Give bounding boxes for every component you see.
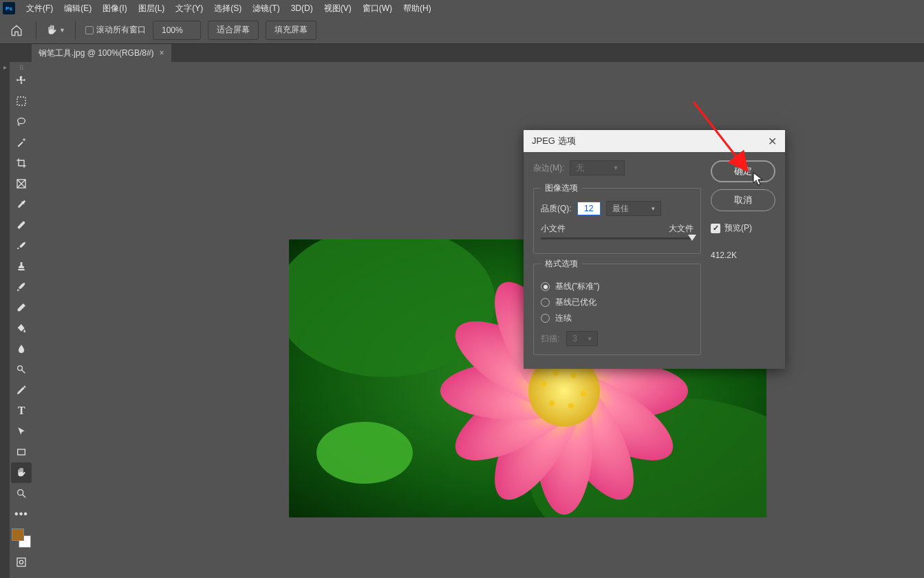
format-options-group: 格式选项 基线("标准") 基线已优化 连续 扫描: 3 <box>533 258 701 355</box>
preview-checkbox[interactable]: ✓ 预览(P) <box>711 222 775 234</box>
pen-tool[interactable] <box>11 380 32 400</box>
ok-button[interactable]: 确定 <box>711 160 775 182</box>
dialog-close-button[interactable]: ✕ <box>768 135 777 148</box>
arrow-icon <box>16 426 27 437</box>
slider-track[interactable] <box>541 237 694 239</box>
quick-select-tool[interactable] <box>11 132 32 153</box>
lasso-tool[interactable] <box>11 111 32 132</box>
scan-select: 3 ▾ <box>566 331 598 346</box>
eyedropper-tool[interactable] <box>11 194 32 215</box>
menu-file[interactable]: 文件(F) <box>21 3 58 14</box>
format-baseline-radio[interactable]: 基线("标准") <box>541 281 694 292</box>
marquee-icon <box>16 96 27 107</box>
checkbox-checked-icon: ✓ <box>711 224 720 233</box>
path-select-tool[interactable] <box>11 421 32 442</box>
scroll-all-label: 滚动所有窗口 <box>96 24 146 36</box>
quality-input[interactable]: 12 <box>577 202 601 215</box>
menu-3d[interactable]: 3D(D) <box>286 3 319 13</box>
eyedropper-icon <box>16 199 27 210</box>
filesize-label: 412.2K <box>711 250 775 260</box>
menu-type[interactable]: 文字(Y) <box>170 3 208 14</box>
svg-point-26 <box>541 381 546 387</box>
close-tab-icon[interactable]: × <box>160 48 164 58</box>
svg-rect-5 <box>18 449 25 455</box>
foreground-color-swatch[interactable] <box>12 528 24 541</box>
menu-bar: Ps 文件(F) 编辑(E) 图像(I) 图层(L) 文字(Y) 选择(S) 滤… <box>0 0 924 17</box>
format-progressive-label: 连续 <box>555 312 572 324</box>
canvas-area[interactable] <box>33 62 924 578</box>
hand-icon <box>46 24 58 36</box>
svg-point-28 <box>571 373 577 378</box>
marquee-tool[interactable] <box>11 91 32 111</box>
shape-tool[interactable] <box>11 442 32 462</box>
gutter-expand-icon[interactable]: ▸ <box>0 62 10 71</box>
panel-gutter: ▸ <box>0 62 10 578</box>
toolbox-grip-icon[interactable]: ⠿ <box>11 65 32 70</box>
color-swatches[interactable] <box>12 528 31 548</box>
menu-window[interactable]: 窗口(W) <box>357 3 398 14</box>
zoom-field[interactable]: 100% <box>153 21 201 40</box>
cancel-button[interactable]: 取消 <box>711 189 775 211</box>
scroll-all-checkbox[interactable]: 滚动所有窗口 <box>85 24 146 36</box>
menu-help[interactable]: 帮助(H) <box>398 3 437 14</box>
menu-image[interactable]: 图像(I) <box>97 3 132 14</box>
hand-tool[interactable] <box>11 462 32 483</box>
stamp-tool[interactable] <box>11 256 32 277</box>
menu-select[interactable]: 选择(S) <box>208 3 247 14</box>
pen-icon <box>16 385 27 396</box>
document-tab[interactable]: 钢笔工具.jpg @ 100%(RGB/8#) × <box>32 44 171 62</box>
dialog-titlebar[interactable]: JPEG 选项 ✕ <box>524 130 785 152</box>
menu-edit[interactable]: 编辑(E) <box>58 3 97 14</box>
format-optimized-label: 基线已优化 <box>555 297 597 308</box>
radio-icon <box>541 298 550 307</box>
type-tool[interactable]: T <box>11 400 32 421</box>
zoom-tool[interactable] <box>11 483 32 504</box>
menu-layer[interactable]: 图层(L) <box>133 3 171 14</box>
stamp-icon <box>16 261 27 272</box>
type-icon: T <box>18 405 25 417</box>
blur-tool[interactable] <box>11 339 32 359</box>
format-baseline-label: 基线("标准") <box>555 281 600 292</box>
fit-screen-button[interactable]: 适合屏幕 <box>208 21 259 40</box>
chevron-down-icon: ▼ <box>59 27 65 34</box>
menu-filter[interactable]: 滤镜(T) <box>247 3 285 14</box>
gradient-tool[interactable] <box>11 318 32 339</box>
frame-tool[interactable] <box>11 173 32 194</box>
healing-tool[interactable] <box>11 215 32 235</box>
crop-tool[interactable] <box>11 153 32 173</box>
history-brush-tool[interactable] <box>11 277 32 297</box>
format-progressive-radio[interactable]: 连续 <box>541 312 694 324</box>
image-options-group: 图像选项 品质(Q): 12 最佳 ▾ 小文件 大文件 <box>533 182 701 254</box>
slider-thumb[interactable] <box>688 235 696 241</box>
wand-icon <box>16 137 27 148</box>
scan-value: 3 <box>572 334 577 343</box>
quality-label: 品质(Q): <box>541 203 572 215</box>
eraser-tool[interactable] <box>11 297 32 318</box>
radio-icon <box>541 314 550 323</box>
svg-point-31 <box>549 400 555 406</box>
quick-mask-toggle[interactable] <box>11 552 32 572</box>
format-optimized-radio[interactable]: 基线已优化 <box>541 297 694 308</box>
scan-label: 扫描: <box>541 333 559 345</box>
magnifier-icon <box>16 488 27 499</box>
move-tool[interactable] <box>11 70 32 91</box>
document-tab-bar: 钢笔工具.jpg @ 100%(RGB/8#) × <box>0 44 924 62</box>
edit-toolbar[interactable]: ••• <box>11 504 32 524</box>
tool-icon-hand[interactable]: ▼ <box>46 21 65 40</box>
brush-tool[interactable] <box>11 235 32 256</box>
home-button[interactable] <box>7 21 26 40</box>
quality-preset-select[interactable]: 最佳 ▾ <box>606 201 661 216</box>
quality-slider[interactable]: 小文件 大文件 <box>541 223 694 245</box>
chevron-down-icon: ▾ <box>588 335 592 342</box>
slider-max-label: 大文件 <box>669 223 694 235</box>
fill-screen-button[interactable]: 填充屏幕 <box>266 21 316 40</box>
matte-label: 杂边(M): <box>533 162 564 174</box>
chevron-down-icon: ▾ <box>652 205 655 212</box>
dodge-tool[interactable] <box>11 359 32 380</box>
menu-view[interactable]: 视图(V) <box>319 3 357 14</box>
svg-point-4 <box>18 366 23 371</box>
bandage-icon <box>16 220 27 231</box>
chevron-down-icon: ▼ <box>612 164 619 171</box>
dodge-icon <box>16 364 27 375</box>
lasso-icon <box>16 116 27 127</box>
